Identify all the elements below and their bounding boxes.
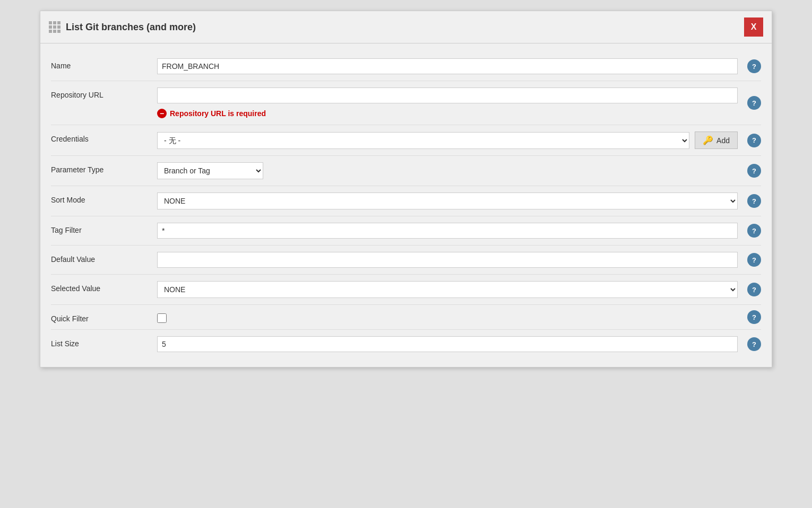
sort-mode-control: NONE ASCENDING DESCENDING ASCENDING_SMAR… — [157, 192, 738, 209]
add-credentials-label: Add — [716, 136, 730, 145]
sort-mode-help-button[interactable]: ? — [747, 194, 761, 208]
dialog-container: List Git branches (and more) X Name ? Re… — [40, 11, 772, 367]
sort-mode-select[interactable]: NONE ASCENDING DESCENDING ASCENDING_SMAR… — [157, 192, 738, 209]
repository-url-label: Repository URL — [51, 87, 157, 99]
sort-mode-label: Sort Mode — [51, 192, 157, 204]
credentials-help-button[interactable]: ? — [747, 134, 761, 147]
default-value-row: Default Value ? — [51, 246, 761, 275]
selected-value-select[interactable]: NONE TOP DEFAULT — [157, 281, 738, 298]
repository-url-row: Repository URL − Repository URL is requi… — [51, 81, 761, 125]
parameter-type-help-button[interactable]: ? — [747, 164, 761, 178]
tag-filter-label: Tag Filter — [51, 223, 157, 234]
quick-filter-row: Quick Filter ? — [51, 305, 761, 330]
list-size-control — [157, 336, 738, 352]
quick-filter-checkbox[interactable] — [157, 313, 167, 323]
default-value-help-button[interactable]: ? — [747, 253, 761, 267]
name-label: Name — [51, 58, 157, 70]
sort-mode-row: Sort Mode NONE ASCENDING DESCENDING ASCE… — [51, 186, 761, 216]
default-value-label: Default Value — [51, 252, 157, 264]
grid-icon — [49, 21, 61, 33]
credentials-inner-row: - 无 - 🔑 Add — [157, 132, 738, 149]
dialog-body: Name ? Repository URL − Repository URL i… — [40, 43, 772, 367]
close-button[interactable]: X — [744, 17, 763, 37]
parameter-type-control: Branch or Tag Branch Tag Revision Pull R… — [157, 162, 738, 179]
list-size-input[interactable] — [157, 336, 738, 352]
dialog-header: List Git branches (and more) X — [40, 11, 772, 43]
list-size-help-button[interactable]: ? — [747, 337, 761, 351]
parameter-type-row: Parameter Type Branch or Tag Branch Tag … — [51, 156, 761, 186]
selected-value-help-button[interactable]: ? — [747, 283, 761, 296]
error-text: Repository URL is required — [170, 109, 266, 118]
credentials-row: Credentials - 无 - 🔑 Add ? — [51, 125, 761, 156]
key-icon: 🔑 — [703, 135, 713, 145]
credentials-label: Credentials — [51, 132, 157, 143]
quick-filter-label: Quick Filter — [51, 311, 157, 323]
repository-url-error: − Repository URL is required — [157, 107, 738, 118]
credentials-control: - 无 - 🔑 Add — [157, 132, 738, 149]
tag-filter-row: Tag Filter ? — [51, 216, 761, 246]
tag-filter-input[interactable] — [157, 223, 738, 239]
dialog-title: List Git branches (and more) — [66, 22, 196, 33]
repository-url-control: − Repository URL is required — [157, 87, 738, 118]
quick-filter-control — [157, 311, 738, 323]
credentials-select[interactable]: - 无 - — [157, 132, 689, 149]
dialog-title-area: List Git branches (and more) — [49, 21, 196, 33]
list-size-row: List Size ? — [51, 330, 761, 358]
tag-filter-control — [157, 223, 738, 239]
add-credentials-button[interactable]: 🔑 Add — [695, 132, 738, 149]
error-icon: − — [157, 109, 167, 118]
tag-filter-help-button[interactable]: ? — [747, 224, 761, 238]
parameter-type-label: Parameter Type — [51, 162, 157, 174]
quick-filter-help-button[interactable]: ? — [747, 310, 761, 324]
selected-value-control: NONE TOP DEFAULT — [157, 281, 738, 298]
repository-url-help-button[interactable]: ? — [747, 96, 761, 110]
default-value-control — [157, 252, 738, 268]
name-help-button[interactable]: ? — [747, 59, 761, 73]
name-input[interactable] — [157, 58, 738, 74]
default-value-input[interactable] — [157, 252, 738, 268]
selected-value-label: Selected Value — [51, 281, 157, 293]
repository-url-input[interactable] — [157, 87, 738, 103]
name-row: Name ? — [51, 52, 761, 81]
selected-value-row: Selected Value NONE TOP DEFAULT ? — [51, 275, 761, 305]
parameter-type-select[interactable]: Branch or Tag Branch Tag Revision Pull R… — [157, 162, 263, 179]
list-size-label: List Size — [51, 336, 157, 348]
name-control — [157, 58, 738, 74]
